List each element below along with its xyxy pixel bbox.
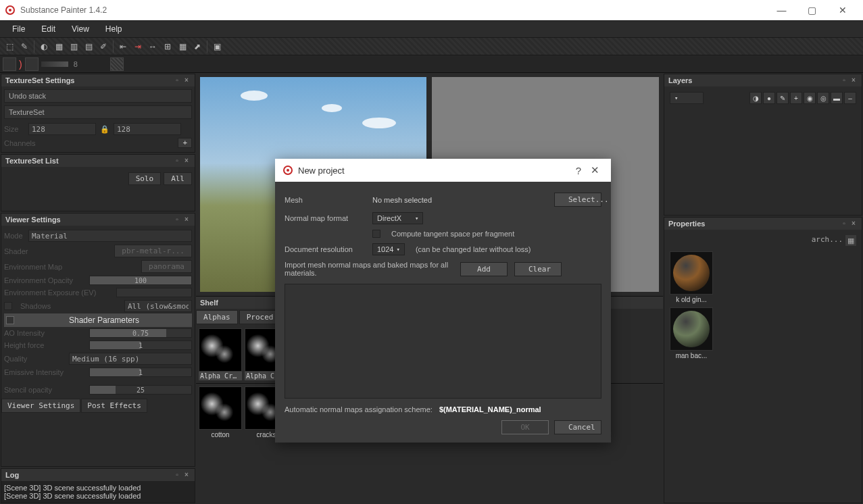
clear-button[interactable]: Clear	[514, 262, 562, 276]
tool-layer-icon[interactable]: ▤	[82, 40, 95, 53]
cancel-button[interactable]: Cancel	[554, 420, 601, 434]
tool-brush-icon[interactable]: ✎	[18, 40, 31, 53]
tool-select-icon[interactable]: ⬚	[3, 40, 16, 53]
tool-grid-icon[interactable]: ⊞	[161, 40, 174, 53]
ok-button[interactable]: OK	[501, 420, 549, 434]
blend-mode-select[interactable]	[670, 92, 704, 104]
tab-post-effects[interactable]: Post Effects	[81, 399, 147, 413]
normal-format-select[interactable]: DirectX	[372, 212, 423, 224]
app-logo-icon	[5, 5, 15, 15]
tool-panel-icon[interactable]: ▦	[176, 40, 189, 53]
textureset-row[interactable]: TextureSet	[4, 105, 192, 119]
lock-icon[interactable]: 🔒	[100, 125, 109, 134]
texture-slot2-icon[interactable]	[25, 57, 39, 71]
properties-panel: Properties ▫ × arch... ▦ k old gin...man…	[664, 217, 862, 503]
secondary-toolbar: ) 8	[0, 55, 863, 73]
panel-close-icon[interactable]: ×	[849, 76, 858, 84]
tool-fill-icon[interactable]: ▥	[67, 40, 80, 53]
minimize-button[interactable]: —	[766, 0, 797, 20]
shelf-thumb[interactable]: Alpha Crack...	[199, 328, 242, 380]
material-thumb[interactable]: man bac...	[670, 307, 713, 361]
shelf-thumb[interactable]: cotton	[199, 386, 242, 440]
shader-params-header[interactable]: Shader Parameters	[4, 313, 192, 327]
window-title: Substance Painter 1.4.2	[20, 5, 107, 15]
tangent-checkbox[interactable]	[372, 230, 380, 238]
tab-viewer-settings[interactable]: Viewer Settings	[1, 399, 80, 413]
panel-undock-icon[interactable]: ▫	[840, 220, 848, 228]
ao-slider[interactable]: 0.75	[89, 328, 192, 338]
undo-stack-row[interactable]: Undo stack	[4, 89, 192, 103]
shadows-select[interactable]	[124, 300, 192, 312]
folder-icon[interactable]: ▬	[831, 92, 843, 104]
tool-camera-icon[interactable]: ▣	[210, 40, 224, 53]
maximize-button[interactable]: ▢	[797, 0, 827, 20]
panel-undock-icon[interactable]: ▫	[173, 471, 181, 479]
layers-panel: Layers ▫ × ◑ ● ✎ + ◉ ◎	[664, 74, 862, 216]
tool-eyedropper-icon[interactable]: ✐	[97, 40, 110, 53]
all-button[interactable]: All	[164, 172, 192, 185]
size-width-input[interactable]	[28, 123, 96, 135]
size-height-input[interactable]	[114, 123, 181, 135]
texture-slot3-icon[interactable]	[110, 57, 124, 71]
add-button[interactable]: Add	[460, 262, 508, 276]
panel-undock-icon[interactable]: ▫	[173, 76, 181, 84]
tool-spacing-icon[interactable]: ↔	[146, 40, 159, 53]
scheme-value: $(MATERIAL_NAME)_normal	[439, 405, 541, 413]
select-mesh-button[interactable]: Select...	[554, 193, 601, 207]
shader-params-checkbox[interactable]	[6, 316, 14, 324]
panel-close-icon[interactable]: ×	[849, 220, 858, 228]
close-button[interactable]: ✕	[827, 0, 858, 20]
panel-undock-icon[interactable]: ▫	[173, 157, 181, 165]
mode-input[interactable]	[28, 230, 192, 242]
docres-select[interactable]: 1024	[372, 243, 405, 255]
menu-view[interactable]: View	[64, 22, 97, 36]
tool-export-icon[interactable]: ⬈	[191, 40, 204, 53]
panel-title: Viewer Settings	[5, 216, 61, 224]
menu-file[interactable]: File	[4, 22, 33, 36]
env-exposure-slider[interactable]	[116, 288, 192, 297]
panel-undock-icon[interactable]: ▫	[840, 76, 848, 84]
tangent-label: Compute tangent space per fragment	[391, 230, 514, 238]
menu-edit[interactable]: Edit	[33, 22, 64, 36]
dialog-help-button[interactable]: ?	[570, 165, 587, 176]
brush-size-slider[interactable]	[41, 61, 68, 67]
tool-symy-icon[interactable]: ⇥	[131, 40, 145, 53]
add-fill-icon[interactable]: ◉	[804, 92, 816, 104]
maps-drop-area[interactable]	[285, 284, 601, 399]
delete-icon[interactable]: –	[844, 92, 856, 104]
quality-select[interactable]	[69, 353, 192, 365]
search-label: arch...	[812, 235, 843, 246]
shadows-checkbox[interactable]	[4, 302, 12, 310]
mask-icon[interactable]: ◑	[749, 92, 762, 104]
envmap-select[interactable]: panorama	[141, 260, 192, 273]
size-label: Size	[4, 125, 24, 133]
edit-icon[interactable]: ✎	[776, 92, 789, 104]
dialog-close-button[interactable]: ✕	[587, 164, 603, 176]
tool-image-icon[interactable]: ▦	[52, 40, 66, 53]
grid-view-icon[interactable]: ▦	[845, 235, 856, 246]
shader-select[interactable]: pbr-metal-r...	[114, 245, 192, 257]
add-layer-icon[interactable]: +	[790, 92, 802, 104]
panel-close-icon[interactable]: ×	[182, 471, 191, 479]
material-thumb[interactable]: k old gin...	[670, 251, 713, 305]
panel-close-icon[interactable]: ×	[182, 216, 191, 224]
panel-close-icon[interactable]: ×	[182, 157, 191, 165]
env-opacity-slider[interactable]: 100	[89, 276, 192, 285]
circle-icon[interactable]: ●	[763, 92, 775, 104]
tool-eraser-icon[interactable]: ◐	[37, 40, 51, 53]
tool-symx-icon[interactable]: ⇤	[116, 40, 130, 53]
panel-title: TextureSet Settings	[5, 76, 75, 84]
stencil-slider[interactable]: 25	[89, 385, 192, 395]
tab-alphas[interactable]: Alphas	[196, 310, 238, 324]
height-slider[interactable]: 1	[89, 341, 192, 350]
main-toolbar: ⬚ ✎ ◐ ▦ ▥ ▤ ✐ ⇤ ⇥ ↔ ⊞ ▦ ⬈ ▣	[0, 38, 863, 55]
menu-help[interactable]: Help	[97, 22, 130, 36]
add-mask-icon[interactable]: ◎	[817, 92, 829, 104]
emissive-slider[interactable]: 1	[89, 368, 192, 377]
panel-close-icon[interactable]: ×	[182, 76, 191, 84]
panel-undock-icon[interactable]: ▫	[173, 216, 181, 224]
textureset-settings-panel: TextureSet Settings ▫ × Undo stack Textu…	[1, 74, 195, 153]
add-channel-button[interactable]: +	[178, 138, 192, 148]
texture-slot-icon[interactable]	[3, 57, 16, 71]
solo-button[interactable]: Solo	[128, 172, 162, 185]
